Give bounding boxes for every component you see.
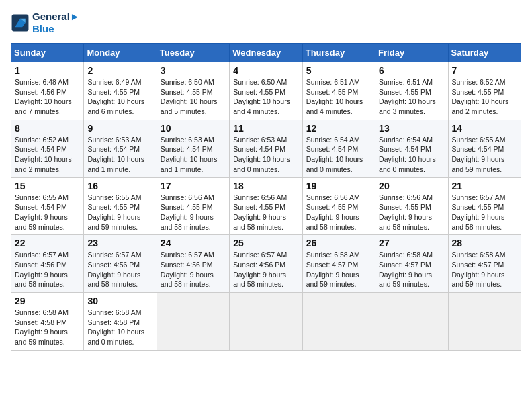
daylight-label: Daylight: [452,97,482,105]
sunset-label: Sunset: [15,88,41,96]
sunset-time: 4:56 PM [114,261,140,269]
sunset-label: Sunset: [161,145,187,153]
sunset-time: 4:55 PM [478,203,504,211]
logo-icon [11,13,30,32]
sunrise-label: Sunrise: [15,250,42,259]
day-number: 30 [87,295,152,306]
sunrise-time: 6:54 AM [334,136,360,144]
day-number: 21 [452,181,517,191]
sunset-time: 4:54 PM [41,203,67,211]
sunrise-time: 6:56 AM [334,193,360,201]
calendar-cell: 7 Sunrise: 6:52 AM Sunset: 4:55 PM Dayli… [448,62,521,120]
daylight-label: Daylight: [379,97,408,105]
day-number: 15 [15,181,80,191]
day-info: Sunrise: 6:56 AM Sunset: 4:55 PM Dayligh… [379,193,444,232]
calendar-cell: 26 Sunrise: 6:58 AM Sunset: 4:57 PM Dayl… [302,235,375,293]
sunset-time: 4:54 PM [478,145,504,153]
logo-text: General► Blue [32,11,80,35]
calendar-cell: 19 Sunrise: 6:56 AM Sunset: 4:55 PM Dayl… [302,177,375,235]
calendar-cell: 18 Sunrise: 6:56 AM Sunset: 4:55 PM Dayl… [230,177,302,235]
day-number: 9 [87,123,152,134]
day-info: Sunrise: 6:51 AM Sunset: 4:55 PM Dayligh… [306,77,371,117]
daylight-label: Daylight: [15,155,44,163]
sunrise-label: Sunrise: [379,78,406,86]
day-number: 3 [161,65,226,76]
sunset-time: 4:54 PM [259,145,285,153]
calendar-cell: 6 Sunrise: 6:51 AM Sunset: 4:55 PM Dayli… [375,62,448,120]
sunrise-time: 6:57 AM [116,250,142,259]
daylight-label: Daylight: [161,213,190,221]
daylight-label: Daylight: [306,155,336,163]
sunset-label: Sunset: [87,145,114,153]
day-info: Sunrise: 6:54 AM Sunset: 4:54 PM Dayligh… [306,135,371,175]
calendar-cell: 2 Sunrise: 6:49 AM Sunset: 4:55 PM Dayli… [84,62,157,120]
calendar-cell: 23 Sunrise: 6:57 AM Sunset: 4:56 PM Dayl… [84,235,157,293]
daylight-label: Daylight: [161,155,190,163]
calendar-cell: 3 Sunrise: 6:50 AM Sunset: 4:55 PM Dayli… [157,62,229,120]
day-number: 20 [379,181,444,191]
calendar: SundayMondayTuesdayWednesdayThursdayFrid… [11,43,521,351]
sunset-time: 4:55 PM [405,88,431,96]
calendar-cell: 9 Sunrise: 6:53 AM Sunset: 4:54 PM Dayli… [84,120,157,177]
sunset-label: Sunset: [87,203,114,211]
sunset-time: 4:55 PM [186,203,212,211]
sunset-label: Sunset: [233,203,259,211]
calendar-cell: 28 Sunrise: 6:58 AM Sunset: 4:57 PM Dayl… [448,235,521,293]
sunrise-label: Sunrise: [379,250,406,259]
sunrise-label: Sunrise: [306,193,334,201]
sunrise-time: 6:51 AM [407,78,433,86]
day-info: Sunrise: 6:58 AM Sunset: 4:58 PM Dayligh… [15,308,80,347]
day-info: Sunrise: 6:55 AM Sunset: 4:54 PM Dayligh… [15,193,80,232]
day-info: Sunrise: 6:51 AM Sunset: 4:55 PM Dayligh… [379,77,444,117]
sunrise-label: Sunrise: [15,78,42,86]
calendar-cell: 17 Sunrise: 6:56 AM Sunset: 4:55 PM Dayl… [157,177,229,235]
day-number: 23 [87,238,152,248]
calendar-week: 29 Sunrise: 6:58 AM Sunset: 4:58 PM Dayl… [11,293,521,351]
daylight-label: Daylight: [306,271,336,279]
day-of-week-header: Tuesday [157,44,229,62]
calendar-cell: 15 Sunrise: 6:55 AM Sunset: 4:54 PM Dayl… [11,177,84,235]
sunrise-time: 6:58 AM [407,250,433,259]
sunset-label: Sunset: [161,261,187,269]
day-info: Sunrise: 6:57 AM Sunset: 4:56 PM Dayligh… [161,250,226,289]
day-number: 1 [15,65,80,76]
sunrise-time: 6:57 AM [261,250,287,259]
sunrise-label: Sunrise: [306,78,334,86]
sunset-label: Sunset: [233,88,259,96]
sunset-label: Sunset: [306,88,332,96]
calendar-cell [375,293,448,351]
sunrise-label: Sunrise: [233,136,261,144]
calendar-body: 1 Sunrise: 6:48 AM Sunset: 4:56 PM Dayli… [11,62,521,351]
sunrise-label: Sunrise: [379,136,406,144]
day-number: 6 [379,65,444,76]
calendar-header: SundayMondayTuesdayWednesdayThursdayFrid… [11,44,521,62]
calendar-cell [302,293,375,351]
sunset-time: 4:54 PM [41,145,67,153]
sunrise-time: 6:57 AM [480,193,506,201]
day-info: Sunrise: 6:50 AM Sunset: 4:55 PM Dayligh… [161,77,226,117]
calendar-cell: 24 Sunrise: 6:57 AM Sunset: 4:56 PM Dayl… [157,235,229,293]
day-number: 12 [306,123,371,134]
daylight-label: Daylight: [15,97,44,105]
daylight-label: Daylight: [306,97,336,105]
sunset-time: 4:55 PM [259,203,285,211]
sunset-time: 4:57 PM [405,261,431,269]
day-info: Sunrise: 6:52 AM Sunset: 4:55 PM Dayligh… [452,77,517,117]
day-of-week-header: Friday [375,44,448,62]
calendar-cell: 29 Sunrise: 6:58 AM Sunset: 4:58 PM Dayl… [11,293,84,351]
day-info: Sunrise: 6:48 AM Sunset: 4:56 PM Dayligh… [15,77,80,117]
calendar-cell [230,293,302,351]
day-number: 14 [452,123,517,134]
sunset-time: 4:58 PM [41,318,67,326]
day-number: 7 [452,65,517,76]
calendar-cell: 1 Sunrise: 6:48 AM Sunset: 4:56 PM Dayli… [11,62,84,120]
day-number: 17 [161,181,226,191]
day-info: Sunrise: 6:58 AM Sunset: 4:58 PM Dayligh… [87,308,152,347]
daylight-label: Daylight: [379,155,408,163]
sunset-label: Sunset: [452,145,478,153]
calendar-cell: 8 Sunrise: 6:52 AM Sunset: 4:54 PM Dayli… [11,120,84,177]
calendar-cell: 27 Sunrise: 6:58 AM Sunset: 4:57 PM Dayl… [375,235,448,293]
daylight-label: Daylight: [452,271,482,279]
day-info: Sunrise: 6:57 AM Sunset: 4:56 PM Dayligh… [87,250,152,289]
sunset-time: 4:55 PM [186,88,212,96]
